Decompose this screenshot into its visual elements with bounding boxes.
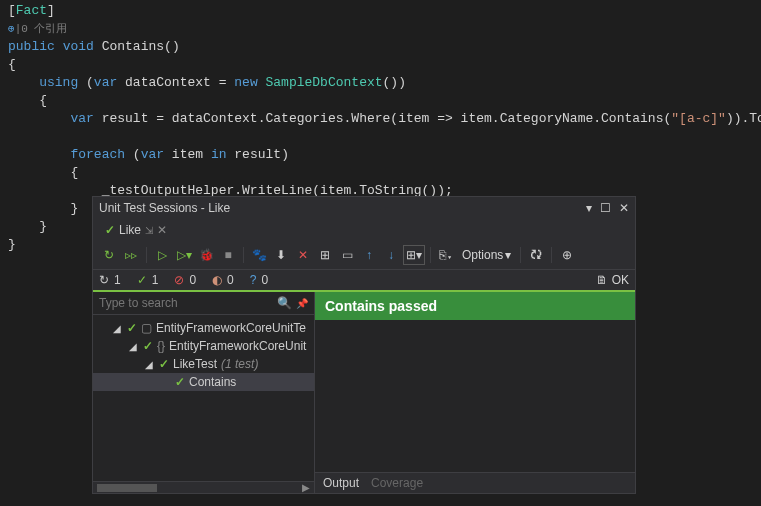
tree-row-test[interactable]: ✓ Contains: [93, 373, 314, 391]
group-button[interactable]: ▭: [337, 245, 357, 265]
options-dropdown[interactable]: Options▾: [458, 248, 515, 262]
coverage-button[interactable]: ⬇: [271, 245, 291, 265]
panel-title: Unit Test Sessions - Like: [99, 201, 586, 215]
tab-close-icon[interactable]: ✕: [157, 223, 167, 237]
footer-tab-output[interactable]: Output: [323, 476, 359, 490]
up-button[interactable]: ↑: [359, 245, 379, 265]
counter-running[interactable]: ↻ 1: [99, 273, 121, 287]
down-button[interactable]: ↓: [381, 245, 401, 265]
test-tree: ◢ ✓ ▢ EntityFrameworkCoreUnitTe ◢ ✓ {} E…: [93, 315, 314, 481]
check-icon: ✓: [159, 357, 169, 371]
tree-row-assembly[interactable]: ◢ ✓ ▢ EntityFrameworkCoreUnitTe: [93, 319, 314, 337]
window-dropdown-icon[interactable]: ▾: [586, 201, 592, 215]
check-icon: ✓: [175, 375, 185, 389]
success-icon: ✓: [137, 273, 147, 287]
fail-icon: ⊘: [174, 273, 184, 287]
check-icon: ✓: [105, 223, 115, 237]
tree-row-class[interactable]: ◢ ✓ LikeTest (1 test): [93, 355, 314, 373]
run-button[interactable]: ▷: [152, 245, 172, 265]
export-button[interactable]: ⎘▾: [436, 245, 456, 265]
namespace-icon: {}: [157, 339, 165, 353]
unknown-icon: ?: [250, 273, 257, 287]
profile-button[interactable]: 🐾: [249, 245, 269, 265]
stop-button[interactable]: ■: [218, 245, 238, 265]
run-session-button[interactable]: ↻: [99, 245, 119, 265]
result-footer: Output Coverage: [315, 472, 635, 493]
tree-row-namespace[interactable]: ◢ ✓ {} EntityFrameworkCoreUnit: [93, 337, 314, 355]
run-all-button[interactable]: ▹▹: [121, 245, 141, 265]
tab-like[interactable]: ✓ Like ⇲ ✕: [99, 221, 173, 239]
remove-button[interactable]: ✕: [293, 245, 313, 265]
pin-icon[interactable]: ⇲: [145, 225, 153, 236]
panel-titlebar[interactable]: Unit Test Sessions - Like ▾ ☐ ✕: [93, 197, 635, 219]
references-icon: ⊕: [8, 23, 15, 35]
new-session-button[interactable]: ⊞: [315, 245, 335, 265]
result-pane: Contains passed Output Coverage: [315, 292, 635, 493]
counter-success[interactable]: ✓ 1: [137, 273, 159, 287]
horizontal-scrollbar[interactable]: ▶: [93, 481, 314, 493]
footer-tab-coverage[interactable]: Coverage: [371, 476, 423, 490]
result-body: [315, 320, 635, 472]
page-icon: 🗎: [596, 273, 608, 287]
search-icon[interactable]: 🔍: [277, 296, 292, 310]
search-row: 🔍 📌: [93, 292, 314, 315]
ok-indicator[interactable]: 🗎 OK: [596, 273, 629, 287]
test-tree-pane: 🔍 📌 ◢ ✓ ▢ EntityFrameworkCoreUnitTe ◢ ✓ …: [93, 292, 315, 493]
debug-button[interactable]: 🐞: [196, 245, 216, 265]
running-icon: ↻: [99, 273, 109, 287]
filter-button[interactable]: ⊞▾: [403, 245, 425, 265]
expand-icon[interactable]: ◢: [145, 359, 155, 370]
lock-button[interactable]: 🗘: [526, 245, 546, 265]
attribute: Fact: [16, 3, 47, 18]
pin-icon[interactable]: 📌: [296, 298, 308, 309]
counter-ignore[interactable]: ◐ 0: [212, 273, 234, 287]
expand-icon[interactable]: ◢: [129, 341, 139, 352]
counter-fail[interactable]: ⊘ 0: [174, 273, 196, 287]
run-dropdown-button[interactable]: ▷▾: [174, 245, 194, 265]
counter-bar: ↻ 1 ✓ 1 ⊘ 0 ◐ 0 ? 0 🗎 OK: [93, 270, 635, 292]
result-header: Contains passed: [315, 292, 635, 320]
counter-unknown[interactable]: ? 0: [250, 273, 268, 287]
tab-label: Like: [119, 223, 141, 237]
unit-test-sessions-panel: Unit Test Sessions - Like ▾ ☐ ✕ ✓ Like ⇲…: [92, 196, 636, 494]
session-tabs: ✓ Like ⇲ ✕: [93, 219, 635, 241]
help-button[interactable]: ⊕: [557, 245, 577, 265]
window-maximize-icon[interactable]: ☐: [600, 201, 611, 215]
check-icon: ✓: [143, 339, 153, 353]
check-icon: ✓: [127, 321, 137, 335]
expand-icon[interactable]: ◢: [113, 323, 123, 334]
window-close-icon[interactable]: ✕: [619, 201, 629, 215]
ignore-icon: ◐: [212, 273, 222, 287]
toolbar: ↻ ▹▹ ▷ ▷▾ 🐞 ■ 🐾 ⬇ ✕ ⊞ ▭ ↑ ↓ ⊞▾ ⎘▾ Option…: [93, 241, 635, 270]
assembly-icon: ▢: [141, 321, 152, 335]
search-input[interactable]: [99, 296, 273, 310]
